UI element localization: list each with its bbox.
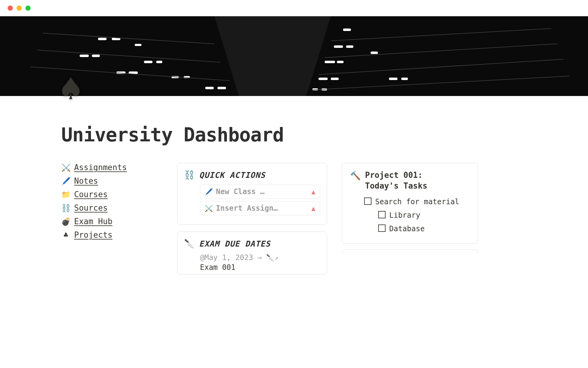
warning-icon: ▲ — [311, 188, 315, 196]
close-window-button[interactable] — [8, 6, 13, 11]
nav-label: Notes — [74, 176, 98, 186]
folder-icon: 📁 — [61, 190, 70, 199]
page-content: University Dashboard ⚔️ Assignments 🖊️ N… — [0, 124, 588, 274]
svg-rect-16 — [343, 29, 351, 31]
bomb-icon: 💣 — [61, 217, 70, 226]
cover-image[interactable] — [0, 16, 588, 96]
svg-rect-7 — [92, 55, 100, 57]
svg-rect-25 — [401, 78, 408, 80]
svg-rect-20 — [325, 61, 335, 63]
pen-icon: 🖊️ — [61, 177, 70, 186]
page-icon[interactable]: ♠ — [60, 71, 82, 107]
task-label: Search for material — [375, 196, 459, 207]
nav-label: Courses — [74, 190, 108, 199]
quick-actions-header: ⛓️ QUICK ACTIONS — [184, 170, 320, 180]
right-column: 🔨 Project 001: Today's Tasks Search for … — [342, 163, 478, 254]
svg-rect-8 — [144, 61, 153, 63]
quick-actions-card: ⛓️ QUICK ACTIONS 🖊️ New Class … ▲ ⚔️ Ins… — [177, 163, 327, 225]
nav-link-sources[interactable]: ⛓️ Sources — [61, 203, 162, 213]
hammer-icon: 🔨 — [350, 171, 361, 181]
nav-label: Exam Hub — [74, 217, 112, 226]
task-database[interactable]: Database — [378, 223, 470, 234]
quick-action-label: Insert Assign… — [216, 204, 308, 213]
project-title-line-2: Today's Tasks — [365, 181, 428, 191]
quick-actions-title: QUICK ACTIONS — [199, 171, 266, 180]
project-header: 🔨 Project 001: Today's Tasks — [350, 170, 470, 191]
project-title-line-1: Project 001: — [365, 170, 428, 181]
task-label: Library — [389, 210, 420, 221]
svg-rect-18 — [346, 45, 353, 48]
project-title-wrap: Project 001: Today's Tasks — [365, 170, 428, 191]
exam-date-row[interactable]: @May 1, 2023 ⇒ 🔪↗ — [200, 253, 320, 262]
cover-art-icon — [0, 16, 588, 96]
svg-rect-23 — [331, 78, 339, 80]
swords-icon: ⚔️ — [205, 205, 213, 212]
nav-label: Projects — [74, 230, 112, 240]
club-icon: ♣ — [61, 231, 70, 240]
svg-rect-17 — [334, 45, 343, 48]
nav-link-courses[interactable]: 📁 Courses — [61, 190, 162, 199]
window-titlebar — [0, 0, 588, 16]
svg-rect-24 — [389, 78, 398, 80]
checkbox[interactable] — [378, 211, 386, 218]
nav-link-exam-hub[interactable]: 💣 Exam Hub — [61, 217, 162, 226]
warning-icon: ▲ — [311, 205, 315, 212]
chains-icon: ⛓️ — [184, 170, 195, 180]
page-title: University Dashboard — [61, 124, 527, 146]
checkbox[interactable] — [364, 197, 371, 205]
svg-rect-15 — [217, 87, 226, 89]
svg-rect-22 — [318, 78, 328, 80]
knife-link-icon: 🔪↗ — [266, 254, 278, 262]
checkbox[interactable] — [378, 224, 386, 232]
quick-action-label: New Class … — [216, 187, 308, 196]
nav-column: ⚔️ Assignments 🖊️ Notes 📁 Courses ⛓️ Sou… — [61, 163, 162, 244]
exam-date-text: @May 1, 2023 ⇒ — [200, 253, 262, 262]
svg-rect-21 — [337, 61, 344, 63]
svg-rect-5 — [135, 44, 141, 46]
nav-label: Assignments — [74, 163, 127, 172]
middle-column: ⛓️ QUICK ACTIONS 🖊️ New Class … ▲ ⚔️ Ins… — [177, 163, 327, 274]
task-search-material[interactable]: Search for material — [364, 196, 470, 207]
nav-link-projects[interactable]: ♣ Projects — [61, 230, 162, 240]
task-library[interactable]: Library — [378, 210, 470, 221]
task-label: Database — [389, 223, 425, 234]
minimize-window-button[interactable] — [17, 6, 22, 11]
nav-link-assignments[interactable]: ⚔️ Assignments — [61, 163, 162, 172]
svg-rect-3 — [98, 38, 107, 40]
project-tasks-card: 🔨 Project 001: Today's Tasks Search for … — [342, 163, 478, 244]
svg-rect-6 — [80, 55, 89, 57]
knife-icon: 🔪 — [184, 239, 195, 249]
columns-container: ⚔️ Assignments 🖊️ Notes 📁 Courses ⛓️ Sou… — [61, 163, 527, 274]
maximize-window-button[interactable] — [25, 6, 31, 11]
svg-marker-1 — [0, 16, 239, 96]
quick-action-new-class[interactable]: 🖊️ New Class … ▲ — [200, 185, 320, 199]
exam-due-header: 🔪 EXAM DUE DATES — [184, 239, 320, 249]
nav-label: Sources — [74, 203, 108, 213]
chains-icon: ⛓️ — [61, 204, 70, 213]
quick-action-insert-assignment[interactable]: ⚔️ Insert Assign… ▲ — [200, 201, 320, 215]
svg-rect-9 — [156, 61, 162, 63]
exam-name[interactable]: Exam 001 — [200, 263, 320, 272]
pen-icon: 🖊️ — [205, 188, 213, 196]
swords-icon: ⚔️ — [61, 163, 70, 172]
svg-rect-19 — [371, 52, 378, 54]
next-card-peek — [342, 249, 478, 254]
nav-link-notes[interactable]: 🖊️ Notes — [61, 176, 162, 186]
exam-due-title: EXAM DUE DATES — [199, 239, 270, 248]
svg-rect-14 — [205, 87, 214, 89]
exam-due-dates-card: 🔪 EXAM DUE DATES @May 1, 2023 ⇒ 🔪↗ Exam … — [177, 232, 327, 274]
